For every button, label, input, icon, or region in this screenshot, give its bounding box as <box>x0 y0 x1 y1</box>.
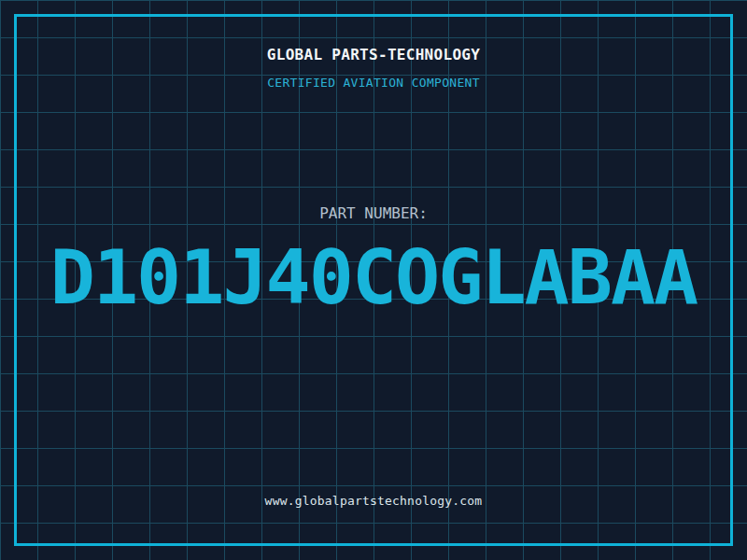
label-canvas: GLOBAL PARTS-TECHNOLOGY CERTIFIED AVIATI… <box>0 0 747 560</box>
company-name: GLOBAL PARTS-TECHNOLOGY <box>0 46 747 63</box>
part-number-value: D101J40COGLABAA <box>0 241 747 315</box>
website-url: www.globalpartstechnology.com <box>0 494 747 508</box>
part-number-label: PART NUMBER: <box>0 204 747 222</box>
certification-subtitle: CERTIFIED AVIATION COMPONENT <box>0 76 747 90</box>
